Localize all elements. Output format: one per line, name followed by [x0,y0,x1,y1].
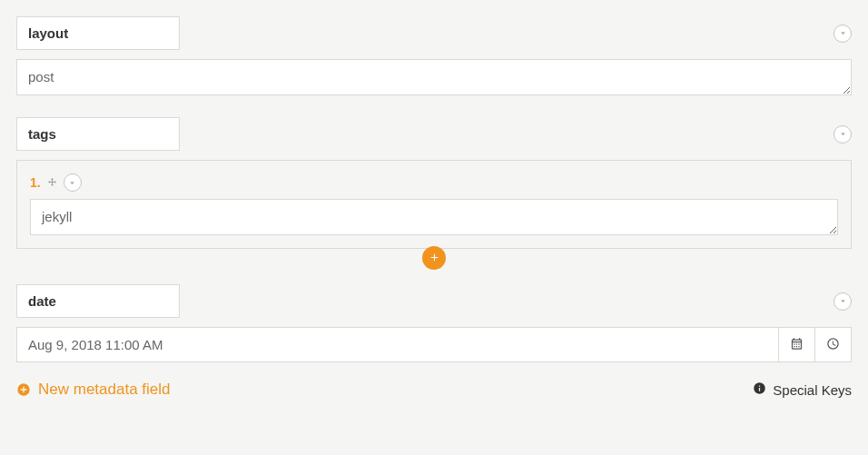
new-metadata-field-button[interactable]: New metadata field [16,381,171,399]
field-header [16,16,852,50]
info-icon [753,381,766,398]
chevron-down-icon [838,25,848,41]
field-header [16,117,852,151]
add-tag-row [16,246,852,270]
date-picker-button[interactable] [779,327,815,362]
date-input-row [16,327,852,362]
calendar-icon [790,337,804,353]
new-metadata-field-label: New metadata field [38,381,171,399]
bottom-bar: New metadata field Special Keys [16,381,852,399]
dropdown-button[interactable] [64,173,82,192]
special-keys-label: Special Keys [773,382,852,398]
key-input-tags[interactable] [16,117,180,151]
chevron-down-icon [838,126,848,142]
chevron-down-icon [838,293,848,309]
time-picker-button[interactable] [815,327,852,362]
plus-icon [429,251,440,266]
field-date [16,284,852,362]
field-tags: 1. [16,117,852,249]
tag-index: 1. [30,175,41,190]
value-input-layout[interactable] [16,59,852,95]
dropdown-button[interactable] [833,25,852,43]
dropdown-button[interactable] [833,292,852,311]
tag-value-input[interactable] [30,199,838,235]
chevron-down-icon [67,175,77,191]
clock-icon [826,337,840,353]
date-input[interactable] [16,327,779,362]
field-header [16,284,852,318]
add-tag-button[interactable] [422,246,446,270]
field-layout [16,16,852,95]
key-input-date[interactable] [16,284,180,318]
plus-circle-icon [16,382,31,397]
dropdown-button[interactable] [833,125,852,143]
special-keys-button[interactable]: Special Keys [753,381,852,398]
tags-list-body: 1. [16,160,852,249]
tag-item-row: 1. [30,173,838,192]
key-input-layout[interactable] [16,16,180,50]
move-icon[interactable] [46,177,58,189]
